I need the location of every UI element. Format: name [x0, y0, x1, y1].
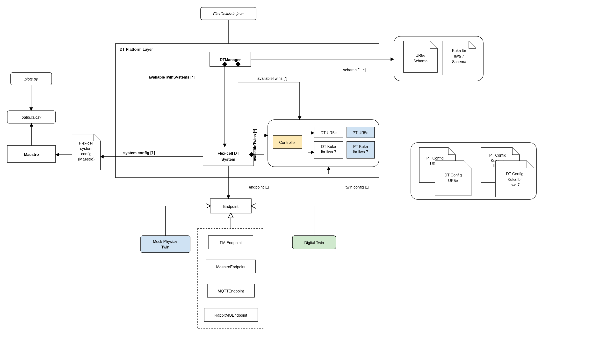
mock-physical-twin-label-1: Mock Physical: [153, 240, 178, 244]
flexcell-dt-system-box: [203, 147, 254, 166]
maestro-label: Maestro: [24, 153, 39, 157]
fmi-endpoint-label: FMIEndpoint: [220, 241, 242, 245]
svg-text:iiwa 7: iiwa 7: [454, 54, 464, 58]
dtmanager-label: DTManager: [220, 58, 241, 62]
flexcell-dt-system-label-2: System: [222, 157, 235, 161]
dt-ur5e-label: DT UR5e: [321, 131, 337, 135]
pt-ur5e-label: PT UR5e: [353, 131, 369, 135]
dt-kuka-label-2: lbr iiwa 7: [321, 150, 336, 154]
schema-label: schema [1..*]: [343, 68, 366, 72]
digital-twin-label: Digital Twin: [304, 241, 324, 245]
available-twins-vertical-label: availableTwins [*]: [253, 129, 257, 161]
rabbit-endpoint-label: RabbitMQEndpoint: [214, 313, 247, 317]
controller-label: Controller: [279, 140, 296, 145]
plots-label: plots.py: [24, 77, 38, 81]
svg-text:Kuka lbr: Kuka lbr: [452, 49, 466, 53]
svg-text:DT Config: DT Config: [444, 173, 462, 177]
flexcell-dt-system-label-1: Flex-cell DT: [217, 151, 239, 155]
svg-text:config: config: [81, 152, 92, 156]
available-twin-systems-label: availableTwinSystems [*]: [149, 75, 195, 79]
svg-text:system: system: [80, 146, 93, 151]
svg-text:Flex-cell: Flex-cell: [79, 141, 94, 145]
maestro-endpoint-label: MaestroEndpoint: [216, 265, 246, 269]
svg-text:iiwa 7: iiwa 7: [510, 183, 520, 187]
mock-physical-twin-label-2: Twin: [161, 245, 169, 249]
svg-text:Schema: Schema: [413, 59, 428, 63]
flexcell-main-label: FlexCellMain.java: [213, 12, 244, 16]
pt-kuka-label-1: PT Kuka: [353, 145, 368, 149]
svg-text:PT Config: PT Config: [427, 156, 444, 160]
svg-text:Kuka lbr: Kuka lbr: [508, 177, 522, 182]
system-config-label: system config [1]: [123, 151, 155, 155]
twin-config-label: twin config [1]: [346, 185, 369, 189]
mqtt-endpoint-label: MQTTEndpoint: [218, 289, 244, 293]
mock-physical-twin-box: [141, 236, 190, 253]
svg-text:PT Config: PT Config: [489, 153, 506, 157]
svg-text:UR5e: UR5e: [416, 53, 426, 58]
svg-text:Schema: Schema: [452, 60, 466, 64]
available-twins-right-label: availableTwins [*]: [257, 76, 287, 80]
endpoint-label: Endpoint: [223, 204, 239, 209]
svg-text:(Maestro): (Maestro): [78, 157, 94, 161]
pt-kuka-label-2: lbr iiwa 7: [353, 150, 368, 154]
dt-kuka-label-1: DT Kuka: [321, 145, 336, 149]
svg-text:UR5e: UR5e: [448, 179, 458, 183]
platform-layer-title: DT Platform Layer: [120, 47, 153, 51]
endpoint-edge-label: endpoint [1]: [249, 185, 269, 189]
svg-text:DT Config: DT Config: [506, 172, 523, 176]
outputs-label: outputs.csv: [22, 115, 42, 119]
